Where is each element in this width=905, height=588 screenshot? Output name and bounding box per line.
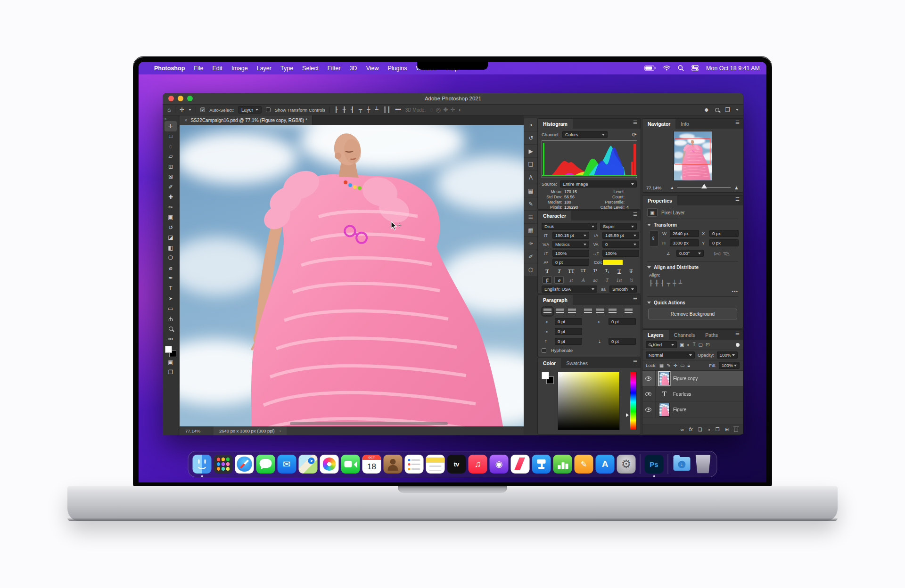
saturation-brightness-picker[interactable] <box>558 372 620 430</box>
control-center-icon[interactable] <box>691 65 699 71</box>
clone-stamp-tool[interactable]: ▣ <box>165 212 177 223</box>
language-dropdown[interactable]: English: USA <box>542 286 597 293</box>
edit-toolbar-button[interactable]: ••• <box>165 334 177 344</box>
menu-item-image[interactable]: Image <box>231 65 248 72</box>
gradient-tool[interactable]: ◧ <box>165 243 177 253</box>
link-layers-button[interactable]: ∞ <box>681 427 684 432</box>
dodge-tool[interactable]: ⌀ <box>165 263 177 273</box>
height-field[interactable]: 3300 px <box>670 239 699 246</box>
filter-adjustment-layers-icon[interactable]: ◐ <box>687 342 690 347</box>
horizontal-scale-field[interactable]: 100% <box>602 250 639 257</box>
anti-alias-dropdown[interactable]: Smooth <box>609 286 637 293</box>
space-after-field[interactable]: 0 pt <box>609 338 636 345</box>
lock-pixels-icon[interactable]: ✎ <box>666 363 670 368</box>
dock-item-reminders[interactable] <box>405 455 424 474</box>
channel-dropdown[interactable]: Colors <box>562 131 608 138</box>
zoom-tool[interactable] <box>165 324 177 334</box>
panel-menu-icon[interactable] <box>633 298 637 300</box>
dock-item-keynote[interactable] <box>532 455 551 474</box>
align-left-button[interactable]: ┠ <box>334 106 338 113</box>
paragraph-styles-panel-icon[interactable]: ✎ <box>524 197 537 210</box>
menu-item-edit[interactable]: Edit <box>212 65 222 72</box>
align-bottom-button[interactable]: ┷ <box>375 106 378 113</box>
ordinals-button[interactable]: 1st <box>615 276 624 284</box>
menu-item-photoshop[interactable]: Photoshop <box>154 65 185 72</box>
brush-settings-panel-icon[interactable]: ✑ <box>524 237 537 250</box>
dock-item-photoshop[interactable]: Ps <box>645 455 664 474</box>
brush-tool[interactable]: ✑ <box>165 202 177 212</box>
eraser-tool[interactable]: ◪ <box>165 233 177 243</box>
dock-item-system-preferences[interactable]: ⚙ <box>617 455 636 474</box>
faux-italic-button[interactable]: T <box>554 268 564 274</box>
navigator-view-rectangle[interactable] <box>675 139 710 164</box>
filter-type-layers-icon[interactable]: T <box>693 342 696 347</box>
dock-item-music[interactable]: ♫ <box>469 455 487 474</box>
lock-artboard-icon[interactable]: ▭ <box>680 363 684 368</box>
font-style-dropdown[interactable]: Super <box>600 223 637 230</box>
font-family-dropdown[interactable]: Druk <box>542 223 597 230</box>
layer-row-figure[interactable]: Figure <box>642 402 743 417</box>
layer-name[interactable]: Figure <box>673 407 686 412</box>
lock-transparency-icon[interactable]: ▦ <box>659 363 664 368</box>
distribute-h-button[interactable]: ┃┃ <box>383 106 391 113</box>
dock-item-mail[interactable]: ✉ <box>278 455 296 474</box>
filter-shape-layers-icon[interactable]: ▢ <box>699 342 703 347</box>
discretionary-ligatures-button[interactable]: st <box>567 276 576 284</box>
hyphenate-checkbox[interactable] <box>542 348 546 353</box>
add-layer-mask-button[interactable]: ❏ <box>698 427 702 432</box>
canvas-horizontal-scrollbar[interactable] <box>290 422 448 425</box>
dock-item-messages[interactable] <box>256 455 275 474</box>
blur-tool[interactable]: ❍ <box>165 253 177 263</box>
dock-item-maps[interactable]: ➤ <box>299 455 318 474</box>
layer-row-fearless[interactable]: T Fearless <box>642 386 743 402</box>
faux-bold-button[interactable]: T <box>543 268 552 274</box>
frame-tool[interactable]: ⊠ <box>165 172 177 182</box>
document-canvas[interactable]: ✛ <box>180 125 524 426</box>
menu-item-view[interactable]: View <box>366 65 379 72</box>
tab-channels[interactable]: Channels <box>669 330 700 340</box>
first-line-indent-field[interactable]: 0 pt <box>555 328 582 335</box>
dock-item-notes[interactable] <box>426 455 445 474</box>
link-dimensions-icon[interactable]: ∞ <box>649 230 658 246</box>
foreground-color-swatch[interactable] <box>165 346 172 353</box>
document-tab[interactable]: × SS22Campaign16.psd @ 77.1% (Figure cop… <box>180 115 313 125</box>
blend-mode-dropdown[interactable]: Normal <box>646 351 695 359</box>
wifi-icon[interactable] <box>663 65 670 71</box>
navigator-thumbnail[interactable] <box>674 131 712 180</box>
timeline-panel-icon[interactable]: ☰ <box>524 211 537 223</box>
document-size-readout[interactable]: 2640 px x 3300 px (300 ppi)› <box>214 426 287 435</box>
zoom-slider-thumb[interactable] <box>701 184 707 188</box>
3d-panel-icon[interactable]: ⬡ <box>524 263 537 276</box>
tool-preset-chevron[interactable] <box>189 109 191 111</box>
layer-filter-dropdown[interactable]: Kind <box>646 341 677 348</box>
quick-mask-button[interactable]: ▣ <box>165 357 177 368</box>
subscript-button[interactable]: T₁ <box>602 268 612 274</box>
adjustments-panel-icon[interactable]: ◑ <box>524 118 537 131</box>
window-title-bar[interactable]: Adobe Photoshop 2021 <box>163 93 743 105</box>
dock-item-pages[interactable]: ✎ <box>575 455 593 474</box>
search-icon[interactable] <box>715 108 719 112</box>
refresh-histogram-icon[interactable]: ⟳ <box>632 131 637 138</box>
fill-field[interactable]: 100% <box>719 362 740 369</box>
spotlight-search-icon[interactable] <box>678 65 684 71</box>
opacity-field[interactable]: 100% <box>717 351 738 359</box>
dock-item-calendar[interactable]: OCT18 <box>362 455 381 474</box>
tab-info[interactable]: Info <box>675 119 694 129</box>
menu-item-3d[interactable]: 3D <box>350 65 357 72</box>
screen-mode-button[interactable]: ❐ <box>165 368 177 378</box>
more-align-options[interactable]: ••• <box>647 289 738 294</box>
navigator-zoom-slider[interactable] <box>677 187 731 188</box>
dock-item-numbers[interactable] <box>553 455 572 474</box>
color-swatches-widget[interactable] <box>165 346 176 357</box>
path-selection-tool[interactable]: ➤ <box>165 294 177 304</box>
dock-item-tv[interactable]: tv <box>447 455 466 474</box>
tab-properties[interactable]: Properties <box>642 196 677 205</box>
auto-select-checkbox[interactable]: ✓ <box>200 107 205 112</box>
vertical-scale-field[interactable]: 100% <box>552 250 589 257</box>
swash-button[interactable]: A <box>578 276 588 284</box>
font-size-field[interactable]: 190.15 pt <box>552 232 589 239</box>
align-center-text-button[interactable] <box>556 309 564 314</box>
visibility-eye-icon[interactable] <box>645 392 651 396</box>
layer-name[interactable]: Figure copy <box>673 376 698 381</box>
contextual-alternates-button[interactable]: ø <box>554 276 564 284</box>
